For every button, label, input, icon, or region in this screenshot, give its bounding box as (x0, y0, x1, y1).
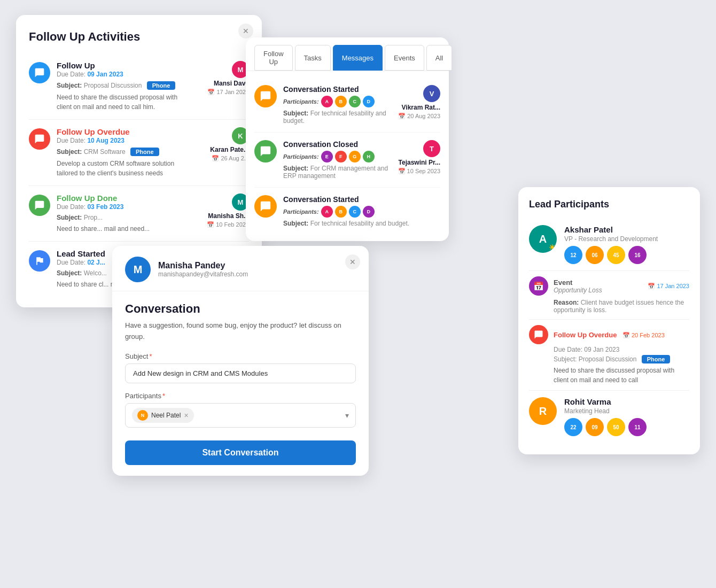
pav-2-1: E (321, 151, 333, 163)
followup-icon-2 (29, 128, 50, 150)
lead-avatar-akshar: A ☀ (529, 225, 557, 253)
pav-3-3: C (349, 206, 361, 218)
activity-desc-3: Need to share... mail and need... (57, 224, 189, 234)
activity-type-3: Follow Up Done (57, 194, 189, 203)
conv-user-avatar: M (125, 257, 151, 282)
activity-due-1: Due Date: 09 Jan 2023 (57, 71, 189, 78)
lead-participants-card: Lead Participants A ☀ Akshar Patel VP - … (518, 187, 700, 454)
msg-assignee-name-2: Tejaswini Pr... (399, 159, 440, 166)
activity-item-3: Follow Up Done Due Date: 03 Feb 2023 Sub… (29, 186, 249, 242)
lead-role-rohit: Marketing Head (564, 407, 689, 415)
pav-1-2: B (335, 96, 347, 107)
tab-messages[interactable]: Messages (333, 45, 383, 71)
conversation-modal: M Manisha Pandey manishapandey@vitafresh… (112, 246, 369, 476)
assignee-date-3: 📅 10 Feb 2023 (207, 221, 249, 228)
followup-overdue-subject: Subject: Proposal Discussion Phone (529, 355, 689, 363)
pav-3-2: B (335, 206, 347, 218)
participants-label: Participants* (125, 392, 356, 400)
stat-rohit-3: 50 (607, 418, 625, 436)
lead-item-rohit: R Rohit Varma Marketing Head 22 09 50 11 (529, 391, 689, 443)
activity-desc-1: Need to share the discussed proposal wit… (57, 92, 189, 112)
lead-role-akshar: VP - Research and Development (564, 235, 689, 243)
msg-item-2: Conversation Closed Participants: E F G … (254, 133, 440, 188)
stat-akshar-1: 12 (564, 246, 582, 264)
pav-2-3: G (349, 151, 361, 163)
message-list: Conversation Started Participants: A B C… (246, 71, 449, 241)
msg-participants-1: Participants: A B C D (283, 96, 392, 107)
activity-subject-3: Subject: Prop... (57, 214, 189, 221)
activity-assignee-3: M Manisha Sh... 📅 10 Feb 2023 (196, 194, 249, 234)
lead-event: 📅 Event Opportunity Loss 📅 17 Jan 2023 R… (529, 271, 689, 320)
msg-icon-2 (254, 140, 277, 163)
activity-subject-2: Subject: CRM Software Phone (57, 148, 189, 156)
participant-remove-button[interactable]: × (184, 411, 188, 420)
msg-assignee-avatar-2: T (423, 140, 440, 157)
msg-assignee-name-1: Vikram Rat... (402, 104, 440, 111)
pav-2-4: H (363, 151, 375, 163)
conv-modal-body: Conversation Have a suggestion, found so… (112, 291, 369, 476)
activity-body-3: Follow Up Done Due Date: 03 Feb 2023 Sub… (57, 194, 189, 234)
followup-overdue-badge: Phone (642, 355, 671, 363)
stat-rohit-4: 11 (628, 418, 647, 436)
lead-info-rohit: Rohit Varma Marketing Head 22 09 50 11 (564, 397, 689, 436)
msg-participants-2: Participants: E F G H (283, 151, 392, 163)
lead-stats-akshar: 12 06 45 16 (564, 246, 689, 264)
subject-input[interactable] (125, 363, 356, 383)
tab-events[interactable]: Events (385, 45, 424, 71)
followup-overdue-icon (529, 325, 548, 344)
msg-subject-2: Subject: For CRM management and ERP mana… (283, 165, 392, 180)
subject-label: Subject* (125, 352, 356, 360)
tab-followup[interactable]: Follow Up (254, 45, 293, 71)
msg-assignee-2: T Tejaswini Pr... 📅 10 Sep 2023 (398, 140, 440, 180)
stat-rohit-1: 22 (564, 418, 582, 436)
sun-icon-akshar: ☀ (549, 243, 556, 252)
followup-close-button[interactable]: ✕ (238, 24, 253, 38)
event-icon: 📅 (529, 276, 548, 296)
lead-info-akshar: Akshar Patel VP - Research and Developme… (564, 225, 689, 264)
msg-body-3: Conversation Started Participants: A B C… (283, 195, 440, 227)
assignee-name-2: Karan Pate... (210, 146, 249, 153)
activity-type-2: Follow Up Overdue (57, 127, 189, 136)
participants-dropdown-arrow[interactable]: ▾ (345, 411, 349, 420)
activity-assignee-2: K Karan Pate... 📅 26 Aug 2... (196, 127, 249, 178)
pav-1-1: A (321, 96, 333, 107)
lead-stats-rohit: 22 09 50 11 (564, 418, 689, 436)
tab-tasks[interactable]: Tasks (295, 45, 331, 71)
start-conversation-button[interactable]: Start Conversation (125, 440, 356, 465)
lead-name-akshar: Akshar Patel (564, 225, 689, 234)
event-title: Event (554, 278, 602, 287)
participant-tag-avatar: N (137, 410, 148, 421)
lead-avatar-rohit: R (529, 397, 557, 425)
messages-tab-card: Follow Up Tasks Messages Events All Conv… (246, 37, 449, 241)
activity-assignee-1: M Mansi Dave 📅 17 Jan 2023 (196, 61, 249, 112)
tab-all[interactable]: All (426, 45, 452, 71)
conv-title: Conversation (125, 302, 356, 316)
activity-badge-2: Phone (130, 148, 159, 156)
conv-desc: Have a suggestion, found some bug, enjoy… (125, 320, 356, 343)
pav-2-2: F (335, 151, 347, 163)
activity-item-2: Follow Up Overdue Due Date: 10 Aug 2023 … (29, 120, 249, 186)
activity-type-1: Follow Up (57, 61, 189, 70)
activity-body-1: Follow Up Due Date: 09 Jan 2023 Subject:… (57, 61, 189, 112)
msg-icon-1 (254, 85, 277, 107)
msg-assignee-date-2: 📅 10 Sep 2023 (398, 168, 440, 175)
followup-overdue-date: 📅 20 Feb 2023 (622, 332, 665, 338)
msg-icon-3 (254, 195, 277, 218)
stat-akshar-2: 06 (586, 246, 604, 264)
participants-field[interactable]: N Neel Patel × ▾ (125, 403, 356, 428)
followup-overdue-title: Follow Up Overdue (554, 331, 617, 339)
lead-event-header: 📅 Event Opportunity Loss 📅 17 Jan 2023 (529, 276, 689, 296)
lead-participants-title: Lead Participants (529, 199, 689, 210)
followup-overdue-header: Follow Up Overdue 📅 20 Feb 2023 (529, 325, 689, 344)
followup-activities-title: Follow Up Activities (29, 30, 249, 44)
conv-close-button[interactable]: ✕ (345, 254, 360, 269)
msg-status-2: Conversation Closed (283, 140, 392, 149)
msg-status-1: Conversation Started (283, 85, 392, 94)
participant-tag-name: Neel Patel (151, 412, 181, 419)
event-body: Reason: Client have budget issues hence … (529, 299, 689, 314)
msg-item-3: Conversation Started Participants: A B C… (254, 188, 440, 235)
pav-3-4: D (363, 206, 375, 218)
conv-user-name: Manisha Pandey (158, 261, 248, 270)
msg-assignee-date-1: 📅 20 Aug 2023 (398, 113, 440, 120)
followup-icon-3 (29, 195, 50, 216)
